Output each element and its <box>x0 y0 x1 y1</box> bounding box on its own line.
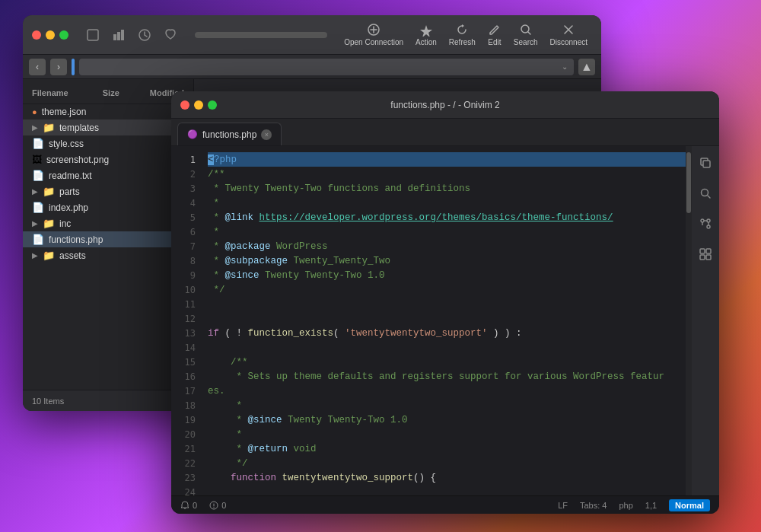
copy-icon[interactable] <box>695 152 716 174</box>
file-item-readme[interactable]: 📄 readme.txt <box>23 167 193 183</box>
file-item-functions-php[interactable]: 📄 functions.php <box>23 231 193 247</box>
ftp-icon-chart[interactable] <box>107 21 131 49</box>
tab-close-button[interactable]: × <box>261 129 272 140</box>
ftp-titlebar: Open Connection Action Refresh Edit Sear… <box>23 15 601 55</box>
line-number-10: 10 <box>171 282 202 297</box>
svg-point-8 <box>702 190 708 196</box>
scrollbar-thumb[interactable] <box>686 152 691 213</box>
file-item-screenshot[interactable]: 🖼 screenshot.png <box>23 151 193 167</box>
tab-file-name: functions.php <box>202 129 256 140</box>
file-item-index-php[interactable]: 📄 index.php <box>23 199 193 215</box>
ftp-path-bar[interactable]: ⌄ <box>79 59 574 75</box>
ftp-icon-list[interactable] <box>81 21 105 49</box>
code-line-17: es. <box>208 384 686 398</box>
tab-file-icon: 🟣 <box>187 129 198 139</box>
editor-maximize-button[interactable] <box>208 100 217 110</box>
code-line-18: * <box>208 398 686 413</box>
line-number-22: 22 <box>171 456 202 470</box>
svg-rect-7 <box>703 161 710 167</box>
ftp-upload-button[interactable]: ▲ <box>578 59 595 75</box>
file-item-inc[interactable]: ▶ 📁 inc <box>23 215 193 231</box>
line-number-19: 19 <box>171 413 202 427</box>
minimize-button[interactable] <box>46 30 55 40</box>
line-number-12: 12 <box>171 311 202 326</box>
ftp-path-dropdown[interactable]: ⌄ <box>562 62 568 71</box>
refresh-button[interactable]: Refresh <box>444 20 480 49</box>
line-number-2: 2 <box>171 167 202 181</box>
editor-minimize-button[interactable] <box>194 100 203 110</box>
code-line-10: */ <box>208 282 686 297</box>
code-line-19: * @since Twenty Twenty-Two 1.0 <box>208 413 686 427</box>
code-line-2: /** <box>208 167 686 181</box>
line-number-18: 18 <box>171 398 202 413</box>
line-number-13: 13 <box>171 326 202 340</box>
close-button[interactable] <box>32 30 41 40</box>
code-line-9: * @since Twenty Twenty-Two 1.0 <box>208 268 686 282</box>
line-number-9: 9 <box>171 268 202 282</box>
editor-close-button[interactable] <box>180 100 189 110</box>
ftp-nav-bar: ‹ › ⌄ ▲ <box>23 55 601 79</box>
ftp-progress-bar <box>195 32 327 38</box>
line-number-8: 8 <box>171 253 202 268</box>
file-item-theme-json[interactable]: ● theme.json <box>23 104 193 119</box>
svg-rect-14 <box>700 255 705 260</box>
line-number-1: 1 <box>171 152 202 167</box>
svg-rect-12 <box>700 249 705 253</box>
editor-titlebar: functions.php - / - Onivim 2 <box>171 91 719 119</box>
open-connection-button[interactable]: Open Connection <box>339 20 408 49</box>
nav-back-button[interactable]: ‹ <box>29 59 46 75</box>
traffic-lights <box>32 30 68 40</box>
maximize-button[interactable] <box>59 30 68 40</box>
line-number-4: 4 <box>171 196 202 210</box>
search-button[interactable]: Search <box>509 20 543 49</box>
extensions-icon[interactable] <box>695 244 716 265</box>
file-item-style-css[interactable]: 📄 style.css <box>23 135 193 151</box>
ftp-icon-heart[interactable] <box>158 21 183 49</box>
nav-forward-button[interactable]: › <box>50 59 67 75</box>
line-number-23: 23 <box>171 470 202 485</box>
ftp-toolbar-actions: Open Connection Action Refresh Edit Sear… <box>339 20 592 49</box>
editor-traffic-lights <box>180 100 217 110</box>
line-number-16: 16 <box>171 369 202 384</box>
file-item-parts[interactable]: ▶ 📁 parts <box>23 183 193 199</box>
svg-rect-2 <box>117 32 120 40</box>
editor-tab-functions-php[interactable]: 🟣 functions.php × <box>177 123 282 145</box>
file-item-assets[interactable]: ▶ 📁 assets <box>23 247 193 263</box>
editor-statusbar: 0 0 LF Tabs: 4 php 1,1 Normal <box>171 495 719 514</box>
tabs-status: Tabs: 4 <box>580 501 607 510</box>
editor-scrollbar[interactable] <box>686 146 692 495</box>
editor-window: functions.php - / - Onivim 2 🟣 functions… <box>171 91 719 514</box>
bell-status[interactable]: 0 <box>180 501 197 510</box>
line-number-17: 17 <box>171 384 202 398</box>
ftp-sidebar: Filename Size Modified ● theme.json ▶ 📁 … <box>23 79 194 411</box>
filename-column-header: Filename <box>32 88 68 97</box>
action-button[interactable]: Action <box>411 20 441 49</box>
line-number-24: 24 <box>171 485 202 495</box>
disconnect-button[interactable]: Disconnect <box>546 20 592 49</box>
editor-code[interactable]: <?php /** * Twenty Twenty-Two functions … <box>202 146 686 495</box>
error-status[interactable]: 0 <box>209 501 226 510</box>
editor-gutter: 1 2 3 4 5 6 7 8 9 10 11 12 13 14 15 16 1… <box>171 146 202 495</box>
editor-window-title: functions.php - / - Onivim 2 <box>390 100 499 110</box>
line-number-5: 5 <box>171 210 202 225</box>
line-number-7: 7 <box>171 239 202 253</box>
git-icon[interactable] <box>695 213 716 234</box>
search-icon[interactable] <box>695 183 716 204</box>
code-line-22: */ <box>208 456 686 470</box>
file-list-header: Filename Size Modified <box>23 85 193 104</box>
code-line-7: * @package WordPress <box>208 239 686 253</box>
svg-point-11 <box>707 219 710 222</box>
code-line-11 <box>208 297 686 311</box>
code-line-12 <box>208 311 686 326</box>
code-line-13: if ( ! function_exists( 'twentytwentytwo… <box>208 326 686 340</box>
code-line-15: /** <box>208 355 686 369</box>
svg-rect-3 <box>121 30 124 40</box>
ftp-toolbar-icons <box>81 21 183 49</box>
code-line-3: * Twenty Twenty-Two functions and defini… <box>208 181 686 196</box>
ftp-icon-clock[interactable] <box>132 21 157 49</box>
file-item-templates[interactable]: ▶ 📁 templates <box>23 119 193 135</box>
edit-button[interactable]: Edit <box>483 20 506 49</box>
code-line-24 <box>208 485 686 495</box>
code-line-6: * <box>208 225 686 239</box>
ftp-footer: 10 Items <box>23 390 194 411</box>
